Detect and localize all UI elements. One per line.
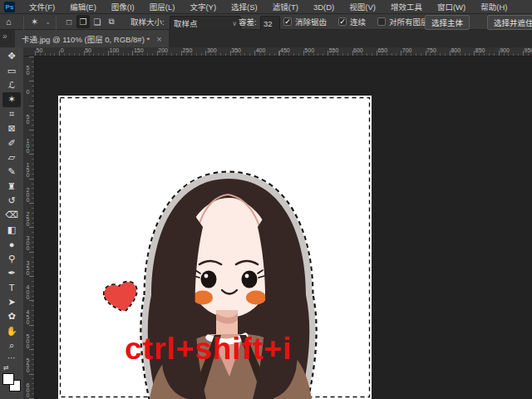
document-tab-title: 卡通.jpg @ 110% (图层 0, RGB/8#) * — [22, 33, 150, 45]
h-ruler-label: 300 — [207, 47, 217, 53]
v-ruler-label: 350 — [25, 260, 31, 275]
select-and-mask-button[interactable]: 选择并遮住... — [487, 15, 532, 30]
heart-shape — [104, 282, 139, 313]
sample-size-select[interactable]: 取样点 ∨ — [170, 16, 241, 31]
v-ruler-label: 50 — [25, 114, 31, 124]
history-brush-tool[interactable]: ↺ — [2, 194, 21, 208]
type-tool-icon: T — [9, 283, 15, 293]
tolerance-input[interactable]: 32 — [260, 16, 280, 31]
edit-toolbar-icon[interactable]: ⋯ — [2, 352, 21, 363]
home-icon[interactable]: ⌂ — [6, 14, 12, 29]
h-ruler-label: 450 — [280, 47, 290, 53]
option-checkboxes: ✓消除锯齿✓连续对所有图层取样 — [283, 14, 445, 29]
menu-item-11[interactable]: 帮助(H) — [473, 0, 515, 14]
menu-item-0[interactable]: 文件(F) — [22, 0, 62, 14]
h-ruler-label: 0 — [61, 47, 64, 53]
h-ruler-label: 500 — [304, 47, 314, 53]
checkbox-box[interactable] — [377, 17, 386, 26]
h-ruler-label: 400 — [256, 47, 266, 53]
menu-item-7[interactable]: 3D(D) — [306, 0, 342, 14]
checkbox-0[interactable]: ✓消除锯齿 — [283, 16, 327, 27]
v-ruler-label: 250 — [25, 211, 31, 226]
v-ruler-label: 200 — [25, 187, 31, 202]
crop-tool-icon: ⌗ — [9, 109, 14, 120]
chevron-down-icon: ⌄ — [45, 18, 51, 26]
v-ruler-label: 400 — [25, 284, 31, 299]
dodge-tool[interactable]: ⚲ — [2, 251, 21, 265]
menu-item-9[interactable]: 增效工具 — [383, 0, 430, 14]
v-ruler-label: 0 — [25, 89, 31, 94]
v-ruler-label: 450 — [25, 309, 31, 324]
menu-item-10[interactable]: 窗口(W) — [430, 0, 473, 14]
hand-tool-icon: ✋ — [6, 326, 17, 337]
h-ruler-label: 150 — [134, 47, 144, 53]
eyedropper-tool[interactable]: ✐ — [2, 135, 21, 150]
lasso-tool[interactable]: ℒ — [2, 78, 21, 92]
healing-brush-tool[interactable]: ▱ — [2, 150, 21, 165]
zoom-tool-icon: ⌕ — [9, 340, 14, 351]
sample-size-label: 取样大小: — [131, 14, 165, 29]
menu-item-6[interactable]: 滤镜(T) — [265, 0, 306, 14]
history-brush-tool-icon: ↺ — [7, 195, 15, 206]
foreground-color-swatch[interactable] — [2, 373, 14, 385]
pen-tool[interactable]: ✒ — [2, 266, 21, 280]
eyedropper-tool-icon: ✐ — [7, 138, 15, 149]
path-selection-tool[interactable]: ➤ — [2, 295, 21, 309]
menu-item-1[interactable]: 编辑(E) — [62, 0, 104, 14]
clone-stamp-tool[interactable]: ♜ — [2, 180, 21, 194]
document-canvas[interactable]: ctrl+shift+i — [58, 96, 372, 399]
gradient-tool[interactable]: ◧ — [2, 223, 21, 237]
dodge-tool-icon: ⚲ — [8, 254, 15, 264]
move-tool[interactable]: ✥ — [2, 49, 21, 63]
checkbox-1[interactable]: ✓连续 — [338, 16, 366, 27]
pen-tool-icon: ✒ — [7, 268, 15, 278]
magic-wand-tool-icon: ✶ — [7, 94, 15, 105]
eraser-tool-icon: ⌫ — [5, 209, 18, 220]
v-ruler-label: 150 — [25, 162, 31, 177]
add-to-selection-icon[interactable]: ❐ — [76, 15, 90, 28]
v-ruler-label: 600 — [25, 382, 31, 397]
tab-overflow-icon[interactable]: » — [2, 32, 7, 41]
gradient-tool-icon: ◧ — [7, 224, 16, 235]
marquee-tool[interactable]: ▭ — [2, 63, 21, 77]
blur-tool-icon: ● — [9, 239, 15, 249]
blur-tool[interactable]: ● — [2, 237, 21, 251]
h-ruler-label: 200 — [158, 47, 168, 53]
frame-tool[interactable]: ⊠ — [2, 121, 21, 135]
vertical-ruler: 50050100150200250300350400450500550600 — [23, 57, 35, 399]
eraser-tool[interactable]: ⌫ — [2, 208, 21, 222]
tool-preset-dropdown[interactable]: ✶ ⌄ — [31, 14, 51, 29]
shape-tool[interactable]: ✿ — [2, 309, 21, 323]
swap-colors-icon[interactable]: ⇄ — [3, 363, 20, 372]
shape-tool-icon: ✿ — [7, 311, 15, 322]
v-ruler-label: 100 — [25, 138, 31, 153]
menu-item-2[interactable]: 图像(I) — [104, 0, 142, 14]
hand-tool[interactable]: ✋ — [2, 323, 21, 337]
healing-brush-tool-icon: ▱ — [8, 152, 15, 163]
menu-item-8[interactable]: 视图(V) — [342, 0, 383, 14]
marquee-tool-icon: ▭ — [7, 66, 16, 76]
h-ruler-label: 750 — [426, 47, 436, 53]
select-subject-button[interactable]: 选择主体 — [425, 15, 470, 30]
menu-item-3[interactable]: 图层(L) — [142, 0, 183, 14]
checkbox-box[interactable]: ✓ — [338, 17, 347, 26]
menu-item-4[interactable]: 文字(Y) — [182, 0, 224, 14]
menu-item-5[interactable]: 选择(S) — [224, 0, 265, 14]
tool-bar: ✥▭ℒ✶⌗⊠✐▱✎♜↺⌫◧●⚲✒T➤✿✋⌕ ⋯ ⇄ — [0, 47, 23, 399]
subtract-from-selection-icon[interactable]: ❏ — [91, 15, 104, 28]
magic-wand-tool[interactable]: ✶ — [2, 92, 21, 106]
options-bar: ⌂ ✶ ⌄ □❐❏⧉ 取样大小: 取样点 ∨ 容差: 32 ✓消除锯齿✓连续对所… — [0, 14, 532, 30]
tab-close-icon[interactable]: × — [156, 34, 161, 44]
document-tab[interactable]: 卡通.jpg @ 110% (图层 0, RGB/8#) * × — [15, 30, 169, 47]
horizontal-ruler: 5005010015020025030035040045050055060065… — [23, 47, 532, 57]
new-selection-icon[interactable]: □ — [62, 15, 76, 28]
checkbox-box[interactable]: ✓ — [283, 17, 292, 26]
crop-tool[interactable]: ⌗ — [2, 107, 21, 121]
clone-stamp-tool-icon: ♜ — [7, 181, 16, 192]
intersect-selection-icon[interactable]: ⧉ — [105, 15, 118, 28]
h-ruler-label: 700 — [402, 47, 412, 53]
type-tool[interactable]: T — [2, 280, 21, 294]
tolerance-label: 容差: — [239, 14, 257, 29]
brush-tool[interactable]: ✎ — [2, 165, 21, 179]
zoom-tool[interactable]: ⌕ — [2, 338, 21, 352]
